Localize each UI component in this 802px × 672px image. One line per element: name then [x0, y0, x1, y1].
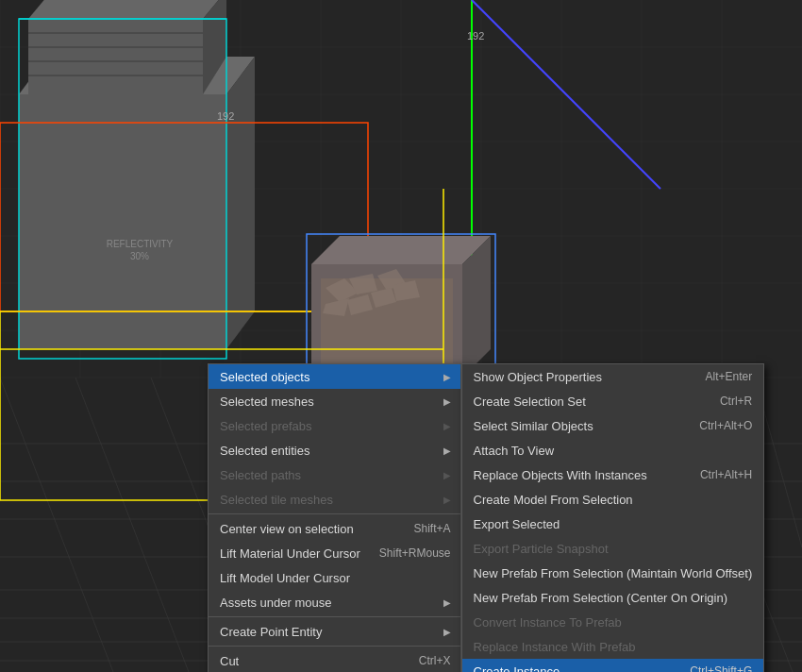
arrow-icon: ▶ — [443, 372, 451, 382]
menu-item-selected-entities[interactable]: Selected entities ▶ — [209, 438, 460, 462]
svg-text:192: 192 — [217, 110, 234, 122]
divider-1 — [209, 513, 460, 514]
menu-item-selected-tile-meshes: Selected tile meshes ▶ — [209, 487, 460, 512]
menu-item-lift-model[interactable]: Lift Model Under Cursor — [209, 565, 460, 590]
menu-item-selected-objects[interactable]: Selected objects ▶ — [209, 364, 460, 389]
menu-item-new-prefab-world[interactable]: New Prefab From Selection (Maintain Worl… — [462, 561, 764, 585]
context-menu-wrapper: Selected objects ▶ Selected meshes ▶ Sel… — [208, 363, 764, 672]
menu-item-create-instance[interactable]: Create Instance Ctrl+Shift+G — [462, 659, 764, 672]
arrow-icon: ▶ — [443, 495, 451, 505]
context-menu-left: Selected objects ▶ Selected meshes ▶ Sel… — [208, 363, 461, 672]
menu-item-create-selection-set[interactable]: Create Selection Set Ctrl+R — [462, 389, 764, 413]
menu-item-attach-to-view[interactable]: Attach To View — [462, 438, 764, 462]
menu-item-show-object-properties[interactable]: Show Object Properties Alt+Enter — [462, 364, 764, 389]
arrow-icon: ▶ — [443, 445, 451, 456]
svg-marker-42 — [226, 57, 255, 349]
arrow-icon: ▶ — [443, 597, 451, 608]
svg-text:192: 192 — [467, 30, 484, 42]
divider-2 — [209, 616, 460, 617]
menu-item-select-similar[interactable]: Select Similar Objects Ctrl+Alt+O — [462, 413, 764, 438]
menu-item-lift-material[interactable]: Lift Material Under Cursor Shift+RMouse — [209, 541, 460, 565]
menu-item-assets-mouse[interactable]: Assets under mouse ▶ — [209, 590, 460, 614]
svg-marker-59 — [311, 236, 491, 264]
menu-item-selected-prefabs: Selected prefabs ▶ — [209, 413, 460, 438]
menu-item-replace-objects[interactable]: Replace Objects With Instances Ctrl+Alt+… — [462, 462, 764, 487]
divider-3 — [209, 646, 460, 647]
menu-item-create-model[interactable]: Create Model From Selection — [462, 487, 764, 512]
arrow-icon: ▶ — [443, 470, 451, 480]
svg-text:30%: 30% — [130, 251, 149, 261]
menu-item-selected-meshes[interactable]: Selected meshes ▶ — [209, 389, 460, 413]
arrow-icon: ▶ — [443, 396, 451, 407]
svg-text:REFLECTIVITY: REFLECTIVITY — [107, 239, 174, 249]
context-menu-right: Show Object Properties Alt+Enter Create … — [461, 363, 765, 672]
menu-item-convert-instance: Convert Instance To Prefab — [462, 610, 764, 634]
menu-item-cut[interactable]: Cut Ctrl+X — [209, 648, 460, 672]
arrow-icon: ▶ — [443, 627, 451, 637]
menu-item-replace-instance: Replace Instance With Prefab — [462, 634, 764, 659]
menu-item-export-selected[interactable]: Export Selected — [462, 512, 764, 536]
menu-item-new-prefab-center[interactable]: New Prefab From Selection (Center On Ori… — [462, 585, 764, 610]
menu-item-center-view[interactable]: Center view on selection Shift+A — [209, 516, 460, 541]
svg-rect-43 — [28, 19, 203, 94]
svg-marker-44 — [28, 0, 226, 19]
arrow-icon: ▶ — [443, 421, 451, 431]
menu-item-create-point-entity[interactable]: Create Point Entity ▶ — [209, 619, 460, 644]
menu-item-export-particle: Export Particle Snapshot — [462, 536, 764, 561]
menu-item-selected-paths: Selected paths ▶ — [209, 462, 460, 487]
